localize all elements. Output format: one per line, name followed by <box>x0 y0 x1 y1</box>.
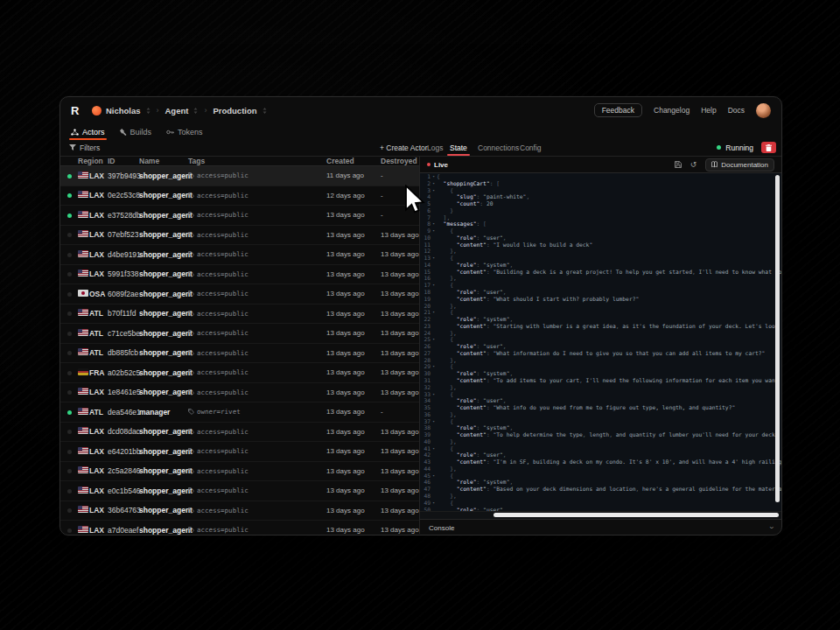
documentation-button[interactable]: Documentation <box>705 158 774 172</box>
actor-name: shopper_agent <box>139 466 188 475</box>
code-editor[interactable]: 1▾{2▾ "shoppingCart": [3▾ {4 "slug": "pa… <box>420 173 781 511</box>
console-bar[interactable]: Console › <box>420 519 781 536</box>
actor-name: shopper_agent <box>139 309 188 318</box>
actor-status-dot <box>67 508 72 513</box>
table-row[interactable]: LAXdcd08dacshopper_agentaccess=public13 … <box>60 423 419 443</box>
actor-id: 1e8461e5 <box>108 388 139 396</box>
code-line: 25▾ { <box>420 336 781 343</box>
horizontal-scrollbar-track[interactable] <box>420 511 781 519</box>
docs-link[interactable]: Docs <box>728 106 745 115</box>
live-toggle[interactable]: Live <box>427 161 448 169</box>
breadcrumb-project[interactable]: Agent <box>165 106 199 116</box>
table-row[interactable]: LAXe0c1b546shopper_agentaccess=public13 … <box>60 481 419 501</box>
console-label: Console <box>429 524 454 532</box>
table-row[interactable]: LAX2c5a2846shopper_agentaccess=public13 … <box>60 462 419 482</box>
actor-tag: access=public <box>188 447 326 455</box>
feedback-button[interactable]: Feedback <box>594 103 642 117</box>
actor-status-dot <box>67 292 72 297</box>
help-link[interactable]: Help <box>701 106 716 115</box>
tab-actors[interactable]: Actors <box>71 123 105 140</box>
actor-destroyed: - <box>381 408 419 416</box>
table-row[interactable]: LAXe64201bbshopper_agentaccess=public13 … <box>60 442 419 462</box>
create-actor-button[interactable]: + Create Actor <box>380 140 428 155</box>
running-status-dot <box>717 145 721 150</box>
destroy-actor-button[interactable] <box>761 142 776 153</box>
table-row[interactable]: OSA6089f2aeshopper_agentaccess=public13 … <box>60 284 419 304</box>
code-line: 11 "content": "I would like to build a d… <box>420 242 781 248</box>
code-line: 5 "count": 20 <box>420 200 781 207</box>
actor-region: LAX <box>89 506 108 514</box>
code-line: 1▾{ <box>420 173 781 180</box>
actor-region: OSA <box>89 290 108 298</box>
filters-button[interactable]: Filters <box>69 140 100 155</box>
table-row[interactable]: ATLdea546e1managerowner=rivet13 days ago… <box>60 402 419 423</box>
actor-tag: access=public <box>188 428 326 436</box>
region-flag-icon <box>78 250 88 257</box>
table-row[interactable]: LAX07ebf523shopper_agentaccess=public13 … <box>60 226 419 246</box>
actor-name: shopper_agent <box>139 427 188 436</box>
table-row[interactable]: LAX0e2c53c8shopper_agentaccess=public12 … <box>60 186 419 206</box>
actor-region: LAX <box>89 230 108 239</box>
vertical-scrollbar[interactable] <box>775 175 780 502</box>
column-tags[interactable]: Tags <box>188 157 326 165</box>
region-flag-icon <box>78 270 88 276</box>
tab-logs[interactable]: Logs <box>427 140 443 155</box>
selector-icon <box>146 108 150 114</box>
breadcrumb-environment[interactable]: Production <box>213 106 266 116</box>
account-avatar[interactable] <box>756 103 771 118</box>
breadcrumb-environment-label: Production <box>213 106 256 116</box>
actor-destroyed: 13 days ago <box>381 467 419 475</box>
actor-region: LAX <box>89 250 108 259</box>
undo-icon[interactable]: ↺ <box>690 161 697 169</box>
table-row[interactable]: LAX397b9493shopper_agentaccess=public11 … <box>60 166 419 186</box>
actor-destroyed: 13 days ago <box>381 310 419 318</box>
table-row[interactable]: LAX1e8461e5shopper_agentaccess=public13 … <box>60 383 419 403</box>
breadcrumb-user[interactable]: Nicholas <box>92 106 150 116</box>
changelog-link[interactable]: Changelog <box>654 106 690 115</box>
column-region[interactable]: Region <box>78 157 108 165</box>
actor-name: manager <box>139 408 188 416</box>
builds-icon <box>120 129 127 136</box>
table-row[interactable]: LAXa7d0eaefshopper_agentaccess=public13 … <box>60 521 419 536</box>
actor-tag: access=public <box>188 329 326 337</box>
column-created[interactable]: Created <box>326 157 381 165</box>
table-row[interactable]: LAXd4be9191shopper_agentaccess=public13 … <box>60 245 419 265</box>
actor-name: shopper_agent <box>139 250 188 259</box>
table-header: Region ID Name Tags Created Destroyed <box>60 157 419 166</box>
actor-table-body: LAX397b9493shopper_agentaccess=public11 … <box>60 166 419 536</box>
column-id[interactable]: ID <box>108 157 139 165</box>
table-row[interactable]: LAX5991f338shopper_agentaccess=public13 … <box>60 265 419 285</box>
actor-name: shopper_agent <box>139 211 188 220</box>
table-row[interactable]: LAX36b64763shopper_agentaccess=public13 … <box>60 501 419 522</box>
actor-destroyed: - <box>381 172 419 179</box>
table-row[interactable]: ATLb70f11fdshopper_agentaccess=public13 … <box>60 304 419 325</box>
actor-created: 13 days ago <box>326 231 381 239</box>
horizontal-scrollbar-thumb[interactable] <box>494 513 779 517</box>
tokens-icon <box>166 129 174 136</box>
table-row[interactable]: ATLc71ce5beshopper_agentaccess=public13 … <box>60 324 419 344</box>
table-row[interactable]: LAXe37528dbshopper_agentaccess=public13 … <box>60 206 419 226</box>
running-status-label: Running <box>725 144 753 152</box>
actor-region: LAX <box>89 486 108 495</box>
tab-state[interactable]: State <box>450 140 467 155</box>
column-name[interactable]: Name <box>139 157 188 165</box>
actor-tag: access=public <box>188 349 326 357</box>
tab-tokens[interactable]: Tokens <box>166 123 203 140</box>
actor-status-dot <box>67 410 72 415</box>
code-line: 42 "role": "user", <box>420 452 781 458</box>
save-icon[interactable] <box>675 161 682 168</box>
actor-tag: owner=rivet <box>188 408 326 416</box>
tag-icon <box>188 192 194 199</box>
actor-created: 13 days ago <box>326 250 381 258</box>
table-row[interactable]: ATLdb885fcbshopper_agentaccess=public13 … <box>60 344 419 364</box>
region-flag-icon <box>78 329 88 336</box>
tab-builds[interactable]: Builds <box>120 123 152 140</box>
code-line: 27 "content": "What information do I nee… <box>420 350 781 357</box>
tab-config[interactable]: Config <box>520 140 542 155</box>
code-line: 44 }, <box>420 466 781 472</box>
tab-connections[interactable]: Connections <box>478 140 519 155</box>
column-destroyed[interactable]: Destroyed <box>381 157 419 165</box>
actor-status-dot <box>67 193 72 198</box>
tag-icon <box>188 271 194 277</box>
table-row[interactable]: FRAa02b52c5shopper_agentaccess=public13 … <box>60 363 419 383</box>
